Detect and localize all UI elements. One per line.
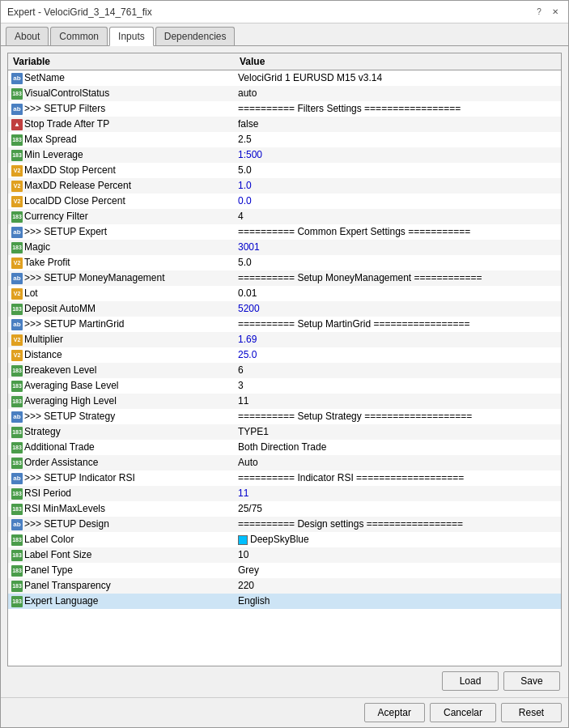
variable-cell: ab>>> SETUP Strategy [8, 409, 235, 424]
value-cell: 5.0 [235, 255, 561, 270]
row-icon: ▲ [11, 119, 23, 130]
tab-inputs[interactable]: Inputs [109, 27, 154, 46]
table-row[interactable]: V2Distance25.0 [8, 347, 561, 363]
table-row[interactable]: V2MaxDD Stop Percent5.0 [8, 163, 561, 178]
value-cell: auto [235, 86, 561, 101]
save-button[interactable]: Save [503, 671, 560, 691]
row-icon: 183 [11, 565, 23, 577]
table-row[interactable]: 183VisualControlStatusauto [8, 86, 561, 101]
row-icon: ab [11, 104, 23, 115]
table-row[interactable]: ab>>> SETUP Expert========== Common Expe… [8, 224, 561, 240]
value-cell: false [235, 117, 561, 132]
tab-common[interactable]: Common [50, 27, 108, 45]
table-row[interactable]: 183Additional TradeBoth Direction Trade [8, 440, 561, 455]
row-icon: 183 [11, 550, 23, 561]
table-row[interactable]: 183Panel Transparency220 [8, 578, 561, 594]
table-row[interactable]: ab>>> SETUP Strategy========== Setup Str… [8, 409, 561, 424]
table-row[interactable]: 183Order AssistanceAuto [8, 455, 561, 470]
action-buttons: Load Save [7, 671, 562, 691]
value-cell: 4 [235, 209, 561, 224]
table-row[interactable]: 183Currency Filter4 [8, 209, 561, 224]
row-icon: 183 [11, 211, 23, 223]
value-cell: ========== Design settings =============… [235, 517, 561, 532]
variable-cell: 183VisualControlStatus [8, 86, 235, 101]
table-row[interactable]: V2MaxDD Release Percent1.0 [8, 178, 561, 194]
row-icon: V2 [11, 288, 23, 300]
bottom-bar: Aceptar Cancelar Reset [1, 697, 568, 727]
variable-cell: V2MaxDD Release Percent [8, 178, 235, 194]
variable-cell: ab>>> SETUP MoneyManagement [8, 270, 235, 286]
row-icon: 183 [11, 427, 23, 438]
tab-dependencies[interactable]: Dependencies [155, 27, 236, 45]
value-cell: ========== Setup Strategy ==============… [235, 409, 561, 424]
variable-cell: abSetName [8, 70, 235, 86]
table-row[interactable]: 183Max Spread2.5 [8, 132, 561, 147]
value-cell: 220 [235, 578, 561, 594]
variable-cell: V2Take Profit [8, 255, 235, 270]
variables-table: Variable Value abSetNameVelociGrid 1 EUR… [8, 53, 561, 609]
table-row[interactable]: 183Panel TypeGrey [8, 563, 561, 578]
row-icon: V2 [11, 196, 23, 207]
value-cell: 0.01 [235, 286, 561, 301]
cancelar-button[interactable]: Cancelar [430, 703, 496, 722]
aceptar-button[interactable]: Aceptar [364, 703, 425, 722]
value-cell: Grey [235, 563, 561, 578]
value-cell: 5200 [235, 301, 561, 317]
table-row[interactable]: ab>>> SETUP Indicator RSI========== Indi… [8, 470, 561, 486]
tab-about[interactable]: About [6, 27, 49, 45]
value-cell: 11 [235, 394, 561, 409]
table-row[interactable]: ab>>> SETUP Filters========== Filters Se… [8, 101, 561, 117]
variable-cell: 183Panel Type [8, 563, 235, 578]
table-row[interactable]: ab>>> SETUP Design========== Design sett… [8, 517, 561, 532]
table-row[interactable]: ▲Stop Trade After TPfalse [8, 117, 561, 132]
table-row[interactable]: 183Averaging High Level11 [8, 394, 561, 409]
table-row[interactable]: 183Magic3001 [8, 240, 561, 255]
variable-cell: ab>>> SETUP Design [8, 517, 235, 532]
table-row[interactable]: 183RSI Period11 [8, 486, 561, 501]
table-row[interactable]: 183Label ColorDeepSkyBlue [8, 532, 561, 547]
variable-cell: 183Panel Transparency [8, 578, 235, 594]
table-row[interactable]: 183Min Leverage1:500 [8, 147, 561, 163]
table-row[interactable]: 183RSI MinMaxLevels25/75 [8, 501, 561, 517]
table-row[interactable]: V2Multiplier1.69 [8, 332, 561, 347]
table-row[interactable]: ab>>> SETUP MartinGrid========== Setup M… [8, 317, 561, 332]
table-row[interactable]: abSetNameVelociGrid 1 EURUSD M15 v3.14 [8, 70, 561, 86]
load-button[interactable]: Load [442, 671, 499, 691]
table-row[interactable]: V2Lot0.01 [8, 286, 561, 301]
help-button[interactable]: ? [533, 6, 546, 19]
variable-cell: 183RSI Period [8, 486, 235, 501]
row-icon: 183 [11, 396, 23, 407]
col-header-value: Value [235, 53, 561, 70]
row-icon: ab [11, 73, 23, 84]
row-icon: ab [11, 519, 23, 530]
variable-cell: V2LocalDD Close Percent [8, 194, 235, 209]
row-icon: 183 [11, 242, 23, 253]
table-row[interactable]: 183Averaging Base Level3 [8, 378, 561, 394]
variable-cell: ab>>> SETUP Filters [8, 101, 235, 117]
table-row[interactable]: 183StrategyTYPE1 [8, 424, 561, 440]
value-cell: English [235, 594, 561, 609]
table-row[interactable]: 183Expert LanguageEnglish [8, 594, 561, 609]
value-cell: 5.0 [235, 163, 561, 178]
table-row[interactable]: ab>>> SETUP MoneyManagement========== Se… [8, 270, 561, 286]
value-cell: 1.0 [235, 178, 561, 194]
value-cell: ========== Common Expert Settings ======… [235, 224, 561, 240]
table-row[interactable]: V2Take Profit5.0 [8, 255, 561, 270]
title-bar-controls: ? ✕ [533, 6, 562, 19]
reset-button[interactable]: Reset [501, 703, 562, 722]
table-row[interactable]: 183Deposit AutoMM5200 [8, 301, 561, 317]
close-button[interactable]: ✕ [549, 6, 562, 19]
row-icon: 183 [11, 88, 23, 100]
value-cell: ========== Indicator RSI ===============… [235, 470, 561, 486]
value-cell: 6 [235, 363, 561, 378]
variable-cell: 183Max Spread [8, 132, 235, 147]
row-icon: ab [11, 319, 23, 330]
table-row[interactable]: 183Breakeven Level6 [8, 363, 561, 378]
table-row[interactable]: V2LocalDD Close Percent0.0 [8, 194, 561, 209]
table-row[interactable]: 183Label Font Size10 [8, 547, 561, 563]
row-icon: 183 [11, 504, 23, 515]
row-icon: 183 [11, 596, 23, 607]
row-icon: ab [11, 273, 23, 284]
variable-cell: 183Breakeven Level [8, 363, 235, 378]
variable-cell: V2Distance [8, 347, 235, 363]
